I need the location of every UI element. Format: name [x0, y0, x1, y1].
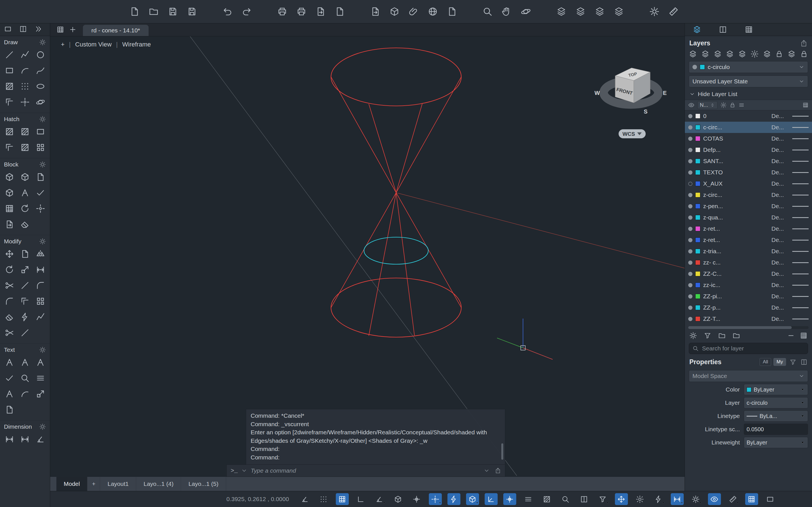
layer-row[interactable]: z-ret... De... — [685, 223, 812, 234]
compass-east[interactable]: E — [663, 90, 666, 96]
command-input-bar[interactable]: >_ Type a command — [226, 464, 505, 477]
polar-tracking-icon[interactable] — [373, 493, 386, 505]
layer-linetype-sample[interactable] — [792, 296, 809, 297]
collapse-panel-icon[interactable] — [787, 332, 795, 339]
write-block-icon[interactable] — [35, 171, 47, 182]
wcs-menu[interactable]: WCS — [619, 129, 646, 138]
boundary-icon[interactable] — [3, 142, 16, 153]
arc-text-icon[interactable] — [19, 388, 31, 399]
layer-lineweight[interactable]: De... — [771, 203, 790, 210]
layer-filter-icon[interactable] — [732, 332, 740, 339]
infer-constraints-icon[interactable] — [299, 493, 312, 505]
properties-palette-icon[interactable] — [719, 25, 727, 34]
properties-dock-icon[interactable] — [801, 358, 808, 365]
layer-lineweight[interactable]: De... — [771, 282, 790, 288]
layer-properties-icon[interactable] — [554, 4, 569, 19]
layer-new-icon[interactable] — [689, 50, 697, 58]
columns-options-icon[interactable] — [802, 102, 809, 108]
export-pdf-icon[interactable] — [368, 4, 383, 19]
layer-linetype-sample[interactable] — [792, 217, 809, 218]
selection-filtering-icon[interactable] — [596, 493, 609, 505]
layer-states-icon[interactable] — [592, 4, 607, 19]
layer-row[interactable]: ZZ-pi... De... — [685, 291, 812, 302]
dynamic-input-icon[interactable] — [503, 493, 516, 505]
layer-linetype-sample[interactable] — [792, 319, 809, 320]
layer-color-swatch[interactable] — [695, 192, 700, 198]
layer-on-icon[interactable] — [688, 136, 693, 141]
isometric-drafting-icon[interactable] — [392, 493, 405, 505]
visual-style-control[interactable]: Wireframe — [122, 41, 151, 48]
layer-row[interactable]: zz- c... De... — [685, 257, 812, 268]
hatch-origin-icon[interactable] — [35, 142, 47, 153]
layer-row[interactable]: c-circ... De... — [685, 122, 812, 133]
layer-row[interactable]: Defp... De... — [685, 144, 812, 156]
section-gear-icon[interactable] — [39, 346, 46, 353]
explode-tool-icon[interactable] — [19, 311, 31, 323]
linetype-dropdown[interactable]: ByLa... — [744, 410, 808, 421]
layer-on-icon[interactable] — [688, 238, 693, 242]
layer-color-swatch[interactable] — [695, 260, 700, 265]
layer-linetype-sample[interactable] — [792, 183, 809, 184]
layer-on-icon[interactable] — [688, 283, 693, 287]
layer-isolate-icon[interactable] — [726, 50, 734, 58]
command-history-scrollbar[interactable] — [501, 443, 503, 460]
multiline-text-icon[interactable] — [3, 356, 16, 368]
hscroll-thumb[interactable] — [688, 326, 792, 329]
layer-color-swatch[interactable] — [695, 204, 700, 209]
create-block-icon[interactable] — [19, 171, 31, 182]
text-style-icon[interactable] — [35, 356, 47, 368]
attach-reference-icon[interactable] — [406, 4, 421, 19]
layer-translate-icon[interactable] — [573, 4, 588, 19]
grid-display-icon[interactable] — [336, 493, 349, 505]
layer-dropdown[interactable]: c-circulo — [744, 397, 808, 408]
section-circle[interactable] — [364, 237, 428, 264]
erase-tool-icon[interactable] — [3, 311, 16, 323]
current-layer-dropdown[interactable]: c-circulo — [689, 61, 808, 73]
clean-screen-icon[interactable] — [764, 493, 777, 505]
layer-row[interactable]: z-circ... De... — [685, 189, 812, 201]
line-tool-icon[interactable] — [3, 49, 16, 60]
layer-lock-icon[interactable] — [775, 50, 783, 58]
layer-on-icon[interactable] — [688, 114, 693, 118]
layer-row[interactable]: ZZ-p... De... — [685, 302, 812, 313]
layer-lineweight[interactable]: De... — [771, 259, 790, 266]
rotate-tool-icon[interactable] — [3, 264, 16, 275]
boundary-tool-icon[interactable] — [3, 96, 16, 108]
construction-line-red[interactable] — [396, 193, 684, 268]
layer-row[interactable]: z-pen... De... — [685, 201, 812, 212]
save-icon[interactable] — [165, 4, 181, 19]
layer-lineweight[interactable]: De... — [771, 293, 790, 300]
layer-new-vp-icon[interactable] — [701, 50, 709, 58]
layer-linetype-sample[interactable] — [792, 228, 809, 229]
hatch-tool-icon[interactable] — [3, 80, 16, 92]
layer-lineweight[interactable]: De... — [771, 124, 790, 131]
hatch-icon[interactable] — [3, 126, 16, 137]
redo-icon[interactable] — [239, 4, 254, 19]
layer-color-swatch[interactable] — [695, 305, 700, 310]
layer-linetype-sample[interactable] — [792, 138, 809, 139]
layer-color-swatch[interactable] — [695, 249, 700, 254]
layer-color-swatch[interactable] — [695, 294, 700, 299]
layer-row[interactable]: TEXTO De... — [685, 167, 812, 178]
layer-lineweight[interactable]: De... — [771, 225, 790, 232]
annotation-visibility-icon[interactable] — [633, 493, 647, 505]
aligned-dimension-icon[interactable] — [19, 434, 31, 445]
layer-linetype-sample[interactable] — [792, 172, 809, 173]
ellipse-tool-icon[interactable] — [35, 80, 47, 92]
array-tool-icon[interactable] — [35, 295, 47, 307]
color-dropdown[interactable]: ByLayer — [744, 384, 808, 395]
layer-lineweight[interactable]: De... — [771, 214, 790, 221]
layer-linetype-sample[interactable] — [792, 285, 809, 286]
layer-row[interactable]: ZZ-T... De... — [685, 313, 812, 325]
layer-row[interactable]: z-qua... De... — [685, 212, 812, 223]
text-align-icon[interactable] — [35, 372, 47, 384]
viewport-menu-button[interactable]: + — [61, 41, 64, 48]
layer-state-icon[interactable] — [714, 50, 722, 58]
layer-on-icon[interactable] — [688, 305, 693, 310]
drawing-tab[interactable]: rd - cones - 14.10* — [83, 25, 149, 36]
layer-unisolate-icon[interactable] — [738, 50, 746, 58]
visibility-column-icon[interactable] — [688, 102, 695, 108]
layer-row[interactable]: z-ret... De... — [685, 234, 812, 245]
layer-lineweight[interactable]: De... — [771, 113, 790, 119]
block-editor-icon[interactable] — [3, 187, 16, 198]
